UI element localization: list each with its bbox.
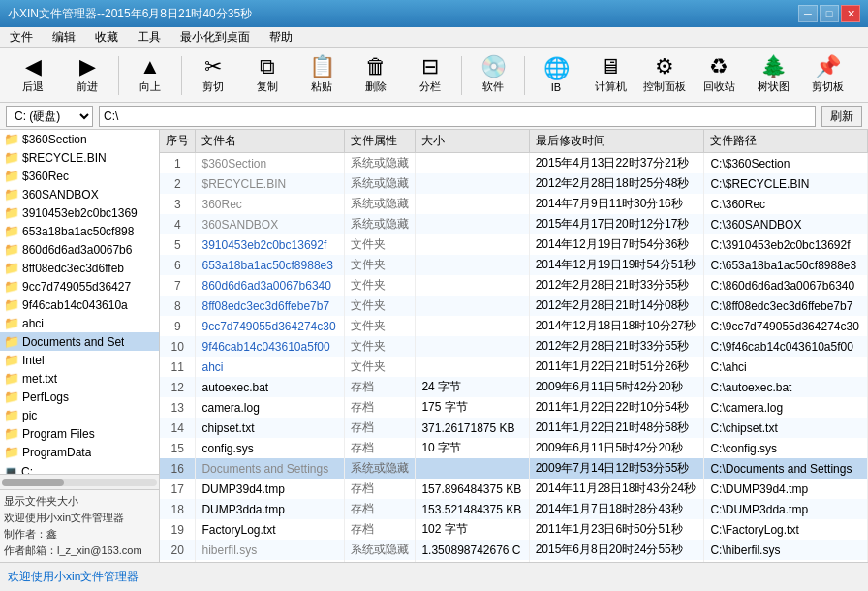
table-row[interactable]: 4360SANDBOX系统或隐藏2015年4月17日20时12分17秒C:\36… xyxy=(160,214,868,234)
table-row[interactable]: 11ahci文件夹2011年1月22日21时51分26秒C:\ahci xyxy=(160,357,868,377)
tree-item[interactable]: 📁3910453eb2c0bc1369 xyxy=(0,203,159,222)
tree-item[interactable]: 📁ProgramData xyxy=(0,443,159,461)
tree-item[interactable]: 📁9cc7d749055d36427 xyxy=(0,277,159,296)
toolbar-btn-计算机[interactable]: 🖥计算机 xyxy=(585,52,636,99)
table-row[interactable]: 20hiberfil.sys系统或隐藏1.350898742676 C2015年… xyxy=(160,540,868,560)
table-row[interactable]: 2$RECYCLE.BIN系统或隐藏2012年2月28日18时25分48秒C:\… xyxy=(160,173,868,194)
删除-label: 删除 xyxy=(365,79,387,94)
table-row[interactable]: 13camera.log存档175 字节2011年1月22日22时10分54秒C… xyxy=(160,397,868,418)
tree-item[interactable]: 📁Intel xyxy=(0,351,159,369)
row-path: C:\DUMP39d4.tmp xyxy=(704,479,868,499)
row-time: 2012年2月28日21时33分55秒 xyxy=(529,336,704,357)
toolbar-btn-前进[interactable]: ▶前进 xyxy=(62,52,112,99)
column-header-序号[interactable]: 序号 xyxy=(160,130,196,153)
column-header-文件名[interactable]: 文件名 xyxy=(196,130,344,153)
row-time: 2012年2月28日21时14分08秒 xyxy=(529,296,704,316)
file-scroll[interactable]: 序号文件名文件属性大小最后修改时间文件路径 1$360Section系统或隐藏2… xyxy=(160,130,868,562)
menu-item-编辑[interactable]: 编辑 xyxy=(46,27,81,47)
tree-root[interactable]: 💻 C: xyxy=(0,461,159,474)
close-button[interactable]: ✕ xyxy=(841,5,860,22)
row-attr: 文件夹 xyxy=(344,316,416,336)
tree-item[interactable]: 📁ahci xyxy=(0,314,159,332)
toolbar-btn-后退[interactable]: ◀后退 xyxy=(8,52,58,99)
menu-item-帮助[interactable]: 帮助 xyxy=(264,27,298,47)
menu-item-工具[interactable]: 工具 xyxy=(132,27,167,47)
toolbar-btn-树状图[interactable]: 🌲树状图 xyxy=(748,52,798,99)
tree-item[interactable]: 📁Documents and Set xyxy=(0,332,159,351)
tree-hscroll[interactable] xyxy=(0,474,159,489)
树状图-label: 树状图 xyxy=(758,79,790,94)
table-row[interactable]: 53910453eb2c0bc13692f文件夹2014年12月19日7时54分… xyxy=(160,234,868,255)
column-header-最后修改时间[interactable]: 最后修改时间 xyxy=(529,130,704,153)
tree-item[interactable]: 📁PerfLogs xyxy=(0,388,159,406)
table-row[interactable]: 6653a18ba1ac50cf8988e3文件夹2014年12月19日19时5… xyxy=(160,255,868,275)
table-row[interactable]: 88ff08edc3ec3d6ffebe7b7文件夹2012年2月28日21时1… xyxy=(160,296,868,316)
row-time: 2009年6月11日5时42分20秒 xyxy=(529,377,704,397)
row-size xyxy=(416,357,529,377)
refresh-button[interactable]: 刷新 xyxy=(822,106,862,127)
statusbar: 欢迎使用小xin文件管理器 xyxy=(0,562,868,591)
row-num: 8 xyxy=(160,296,196,316)
table-row[interactable]: 3360Rec系统或隐藏2014年7月9日11时30分16秒C:\360Rec xyxy=(160,194,868,214)
row-time: 2015年6月8日20时24分55秒 xyxy=(529,540,704,560)
table-row[interactable]: 21Intel文件夹2011年1月22日21时57分7秒C:\Intel xyxy=(160,560,868,562)
drive-icon: 💻 xyxy=(4,465,18,474)
row-num: 6 xyxy=(160,255,196,275)
row-time: 2014年12月19日19时54分51秒 xyxy=(529,255,704,275)
toolbar-btn-复制[interactable]: ⧉复制 xyxy=(242,52,293,99)
后退-icon: ◀ xyxy=(25,56,42,78)
table-row[interactable]: 109f46cab14c043610a5f00文件夹2012年2月28日21时3… xyxy=(160,336,868,357)
column-header-大小[interactable]: 大小 xyxy=(416,130,529,153)
toolbar-btn-回收站[interactable]: ♻回收站 xyxy=(694,52,744,99)
row-name: 653a18ba1ac50cf8988e3 xyxy=(196,255,344,275)
toolbar-btn-剪切板[interactable]: 📌剪切板 xyxy=(802,52,852,99)
maximize-button[interactable]: □ xyxy=(820,5,839,22)
table-row[interactable]: 18DUMP3dda.tmp存档153.521484375 KB2014年1月7… xyxy=(160,499,868,519)
toolbar-btn-粘贴[interactable]: 📋粘贴 xyxy=(296,52,347,99)
tree-item[interactable]: 📁$RECYCLE.BIN xyxy=(0,148,159,167)
menu-item-收藏[interactable]: 收藏 xyxy=(89,27,124,47)
menu-item-文件[interactable]: 文件 xyxy=(4,27,39,47)
minimize-button[interactable]: ─ xyxy=(798,5,818,22)
row-path: C:\ahci xyxy=(704,357,868,377)
toolbar-btn-控制面板[interactable]: ⚙控制面板 xyxy=(639,52,690,99)
toolbar-separator xyxy=(524,56,525,95)
table-row[interactable]: 19FactoryLog.txt存档102 字节2011年1月23日6时50分5… xyxy=(160,519,868,540)
toolbar-btn-剪切[interactable]: ✂剪切 xyxy=(188,52,238,99)
toolbar-btn-软件[interactable]: 💿软件 xyxy=(468,52,518,99)
toolbar-btn-分栏[interactable]: ⊟分栏 xyxy=(405,52,455,99)
tree-item[interactable]: 📁8ff08edc3ec3d6ffeb xyxy=(0,259,159,277)
tree-item[interactable]: 📁$360Section xyxy=(0,130,159,148)
menu-item-最小化到桌面[interactable]: 最小化到桌面 xyxy=(174,27,256,47)
row-attr: 系统或隐藏 xyxy=(344,540,416,560)
table-row[interactable]: 12autoexec.bat存档24 字节2009年6月11日5时42分20秒C… xyxy=(160,377,868,397)
tree-item[interactable]: 📁$360Rec xyxy=(0,167,159,185)
table-row[interactable]: 16Documents and Settings系统或隐藏2009年7月14日1… xyxy=(160,458,868,479)
row-time: 2014年12月18日18时10分27秒 xyxy=(529,316,704,336)
column-header-文件路径[interactable]: 文件路径 xyxy=(704,130,868,153)
tree-item[interactable]: 📁360SANDBOX xyxy=(0,185,159,203)
table-row[interactable]: 14chipset.txt存档371.26171875 KB2011年1月22日… xyxy=(160,418,868,438)
toolbar-btn-向上[interactable]: ▲向上 xyxy=(125,52,175,99)
toolbar-btn-IB[interactable]: 🌐IB xyxy=(531,52,581,99)
tree-item[interactable]: 📁860d6d6ad3a0067b6 xyxy=(0,240,159,259)
column-header-文件属性[interactable]: 文件属性 xyxy=(344,130,416,153)
table-row[interactable]: 99cc7d749055d364274c30文件夹2014年12月18日18时1… xyxy=(160,316,868,336)
tree-item[interactable]: 📁met.txt xyxy=(0,369,159,388)
tree-item[interactable]: 📁pic xyxy=(0,406,159,424)
toolbar-btn-删除[interactable]: 🗑删除 xyxy=(351,52,401,99)
tree-item[interactable]: 📁Program Files xyxy=(0,424,159,443)
tree-item[interactable]: 📁653a18ba1ac50cf898 xyxy=(0,222,159,240)
table-row[interactable]: 17DUMP39d4.tmp存档157.896484375 KB2014年11月… xyxy=(160,479,868,499)
table-row[interactable]: 15config.sys存档10 字节2009年6月11日5时42分20秒C:\… xyxy=(160,438,868,458)
row-size xyxy=(416,316,529,336)
row-time: 2011年1月22日21时57分7秒 xyxy=(529,560,704,562)
row-size: 153.521484375 KB xyxy=(416,499,529,519)
tree-item[interactable]: 📁9f46cab14c043610a xyxy=(0,296,159,314)
table-row[interactable]: 7860d6d6ad3a0067b6340文件夹2012年2月28日21时33分… xyxy=(160,275,868,296)
path-input[interactable] xyxy=(99,106,816,127)
drive-select[interactable]: C: (硬盘) xyxy=(6,106,93,127)
row-attr: 系统或隐藏 xyxy=(344,194,416,214)
row-name: Documents and Settings xyxy=(196,458,344,479)
table-row[interactable]: 1$360Section系统或隐藏2015年4月13日22时37分21秒C:\$… xyxy=(160,153,868,174)
